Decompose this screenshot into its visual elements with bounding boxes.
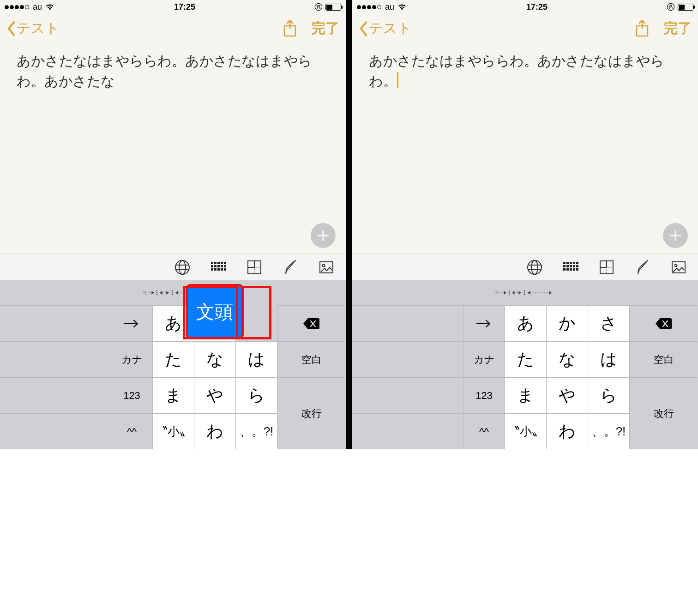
svg-rect-48 bbox=[573, 268, 575, 271]
key-ha[interactable]: は bbox=[235, 341, 277, 377]
grid-button[interactable] bbox=[561, 258, 580, 277]
key-small[interactable]: 〝小〟 bbox=[505, 413, 546, 449]
svg-point-53 bbox=[675, 264, 677, 266]
share-icon[interactable] bbox=[282, 19, 298, 38]
svg-rect-51 bbox=[600, 261, 607, 267]
flick-button[interactable] bbox=[597, 258, 616, 277]
plus-icon bbox=[317, 229, 330, 242]
svg-rect-11 bbox=[214, 265, 217, 267]
svg-rect-36 bbox=[566, 262, 569, 264]
svg-rect-31 bbox=[669, 7, 672, 9]
clock: 17:25 bbox=[407, 2, 667, 12]
key-ma[interactable]: ま bbox=[152, 377, 194, 413]
key-delete[interactable] bbox=[629, 305, 698, 341]
key-na[interactable]: な bbox=[546, 341, 588, 377]
key-return[interactable]: 改行 bbox=[277, 377, 345, 449]
key-ra[interactable]: ら bbox=[235, 377, 277, 413]
grid-button[interactable] bbox=[209, 258, 228, 277]
svg-point-27 bbox=[172, 290, 172, 291]
arrow-right-icon bbox=[123, 319, 141, 329]
image-icon bbox=[670, 259, 687, 276]
key-small[interactable]: 〝小〟 bbox=[152, 413, 194, 449]
key-kana[interactable]: カナ bbox=[111, 341, 152, 377]
key-arrow[interactable] bbox=[463, 305, 505, 341]
brush-button[interactable] bbox=[633, 258, 652, 277]
brush-button[interactable] bbox=[281, 258, 300, 277]
key-kaomoji[interactable]: ^^ bbox=[111, 413, 152, 449]
svg-rect-41 bbox=[566, 265, 569, 267]
chevron-left-icon bbox=[6, 21, 17, 36]
svg-rect-49 bbox=[576, 268, 578, 271]
status-bar: au 17:25 bbox=[0, 0, 346, 14]
battery-icon bbox=[325, 4, 341, 11]
key-arrow[interactable] bbox=[111, 305, 152, 341]
svg-rect-8 bbox=[221, 262, 223, 264]
image-button[interactable] bbox=[669, 258, 688, 277]
orientation-lock-icon bbox=[667, 3, 675, 11]
key-sa[interactable]: さ bbox=[588, 305, 629, 341]
battery-icon bbox=[678, 4, 693, 11]
svg-rect-38 bbox=[573, 262, 575, 264]
key-wa[interactable]: わ bbox=[194, 413, 235, 449]
svg-rect-14 bbox=[224, 265, 226, 267]
done-button[interactable]: 完了 bbox=[312, 19, 339, 38]
key-kaomoji[interactable]: ^^ bbox=[463, 413, 505, 449]
svg-rect-37 bbox=[570, 262, 572, 264]
key-punct[interactable]: 、。?! bbox=[235, 413, 277, 449]
note-body[interactable]: あかさたなはまやららわ。あかさたなはまやらわ。あかさたな bbox=[0, 43, 346, 254]
note-body[interactable]: あかさたなはまやららわ。あかさたなはまやらわ。 bbox=[352, 43, 698, 254]
key-ha[interactable]: は bbox=[588, 341, 629, 377]
key-123[interactable]: 123 bbox=[111, 377, 152, 413]
svg-point-26 bbox=[156, 294, 157, 295]
kbd-toolbar bbox=[0, 254, 346, 280]
key-return[interactable]: 改行 bbox=[629, 377, 698, 449]
back-label: テスト bbox=[17, 19, 60, 38]
globe-button[interactable] bbox=[525, 258, 544, 277]
key-ka[interactable]: か bbox=[546, 305, 588, 341]
gesture-bar[interactable] bbox=[352, 280, 698, 305]
key-ra[interactable]: ら bbox=[588, 377, 629, 413]
svg-rect-12 bbox=[217, 265, 220, 267]
carrier-label: au bbox=[385, 2, 394, 12]
svg-rect-40 bbox=[563, 265, 566, 267]
note-text: あかさたなはまやららわ。あかさたなはまやらわ。 bbox=[369, 53, 664, 89]
svg-rect-15 bbox=[211, 268, 213, 271]
key-na[interactable]: な bbox=[194, 341, 235, 377]
svg-rect-1 bbox=[317, 7, 320, 9]
back-button[interactable]: テスト bbox=[6, 19, 60, 38]
key-ma[interactable]: ま bbox=[505, 377, 546, 413]
back-button[interactable]: テスト bbox=[359, 19, 412, 38]
image-button[interactable] bbox=[317, 258, 336, 277]
key-ta[interactable]: た bbox=[152, 341, 194, 377]
kbd-left-spacer bbox=[352, 377, 463, 413]
delete-icon bbox=[302, 317, 321, 331]
svg-point-55 bbox=[509, 292, 509, 293]
key-ya[interactable]: や bbox=[546, 377, 588, 413]
add-button[interactable] bbox=[663, 223, 688, 248]
key-kana[interactable]: カナ bbox=[463, 341, 505, 377]
key-space[interactable]: 空白 bbox=[277, 341, 345, 377]
kbd-left-spacer bbox=[0, 377, 111, 413]
add-button[interactable] bbox=[311, 223, 336, 248]
orientation-lock-icon bbox=[314, 3, 323, 11]
globe-button[interactable] bbox=[173, 258, 192, 277]
svg-rect-47 bbox=[570, 268, 572, 271]
flick-button[interactable] bbox=[245, 258, 264, 277]
chevron-left-icon bbox=[359, 21, 369, 36]
svg-rect-44 bbox=[576, 265, 578, 267]
gesture-bar[interactable] bbox=[0, 280, 346, 305]
share-icon[interactable] bbox=[634, 19, 650, 38]
key-wa[interactable]: わ bbox=[546, 413, 588, 449]
key-ya[interactable]: や bbox=[194, 377, 235, 413]
key-punct[interactable]: 、。?! bbox=[588, 413, 629, 449]
key-123[interactable]: 123 bbox=[463, 377, 505, 413]
key-ta[interactable]: た bbox=[505, 341, 546, 377]
text-caret bbox=[397, 72, 398, 88]
key-delete[interactable] bbox=[277, 305, 345, 341]
key-a[interactable]: あ bbox=[505, 305, 546, 341]
done-button[interactable]: 完了 bbox=[664, 19, 692, 38]
svg-point-56 bbox=[509, 294, 509, 295]
svg-rect-39 bbox=[576, 262, 578, 264]
key-space[interactable]: 空白 bbox=[629, 341, 698, 377]
key-ka[interactable]: 文頭 bbox=[194, 305, 235, 341]
